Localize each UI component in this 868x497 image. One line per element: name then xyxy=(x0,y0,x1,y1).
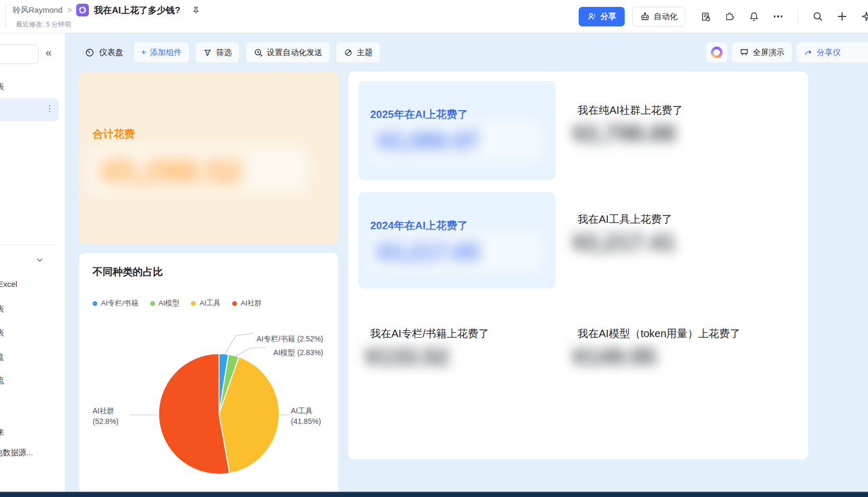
spend-2025-title: 2025年在AI上花费了 xyxy=(370,107,468,122)
automation-button[interactable]: 自动化 xyxy=(632,7,686,26)
item-more-vertical-icon[interactable]: ⋮ xyxy=(45,103,54,113)
breadcrumb-separator-icon: > xyxy=(67,6,71,14)
header-actions: 分享 自动化 xyxy=(579,0,868,33)
last-modified: 最近修改: 5 分钟前 xyxy=(16,20,71,29)
sidebar-item-datasource[interactable]: 他数据源... xyxy=(0,448,33,458)
sidebar-item[interactable]: 盘 xyxy=(0,352,4,362)
dashboard-toolbar: 仪表盘 + 添加组件 筛选 设置自动化发送 主题 xyxy=(85,42,380,62)
total-spend-value-blurred: ¥5,298.52 xyxy=(87,144,309,195)
presentation-icon xyxy=(739,48,749,57)
columns-spend-value-blurred: ¥133.52 xyxy=(365,344,449,370)
ai-assistant-button[interactable] xyxy=(706,42,727,62)
pie-slice-AI社群[interactable] xyxy=(159,354,230,474)
more-actions-icon[interactable] xyxy=(772,11,784,22)
columns-spend-title: 我在AI专栏/书籍上花费了 xyxy=(370,327,489,341)
funnel-icon xyxy=(203,48,212,57)
spend-2025-card: 2025年在AI上花费了 ¥2,080.87 xyxy=(359,81,555,180)
sidebar-item-excel[interactable]: Excel xyxy=(0,279,17,288)
collapse-sidebar-icon[interactable]: « xyxy=(45,46,52,59)
spend-2024-title: 2024年在AI上花费了 xyxy=(370,219,468,233)
pie-callout-tools-name: AI工具 xyxy=(291,405,321,416)
pie-callout-community-pct: (52.8%) xyxy=(93,416,118,427)
add-widget-button[interactable]: + 添加组件 xyxy=(134,42,189,62)
left-sidebar: « 表 盘 ⋮ Excel 表 表 盘 流 来 他数据源... xyxy=(0,33,65,497)
gauge-icon xyxy=(85,48,95,58)
ai-sparkle-icon[interactable] xyxy=(861,11,868,22)
stats-panel: 2025年在AI上花费了 ¥2,080.87 2024年在AI上花费了 ¥3,2… xyxy=(348,71,808,459)
pie-callout-tools: AI工具 (41.85%) xyxy=(291,405,321,427)
bottom-taskbar-edge xyxy=(0,492,868,497)
dashboard-app-icon xyxy=(76,4,89,16)
pie-callout-community-name: AI社群 xyxy=(93,405,118,416)
permissions-doc-lock-icon[interactable] xyxy=(699,11,711,22)
search-icon[interactable] xyxy=(812,11,824,22)
dashboard-label: 仪表盘 xyxy=(99,47,124,58)
new-plus-icon[interactable] xyxy=(836,11,848,22)
share-arrow-icon xyxy=(804,48,813,57)
pie-leader-line-1 xyxy=(235,347,266,357)
robot-icon xyxy=(640,12,650,22)
total-spend-card: 合计花费 ¥5,298.52 xyxy=(79,71,338,245)
add-widget-label: 添加组件 xyxy=(150,48,181,58)
toolbar-right: 全屏演示 分享仪 xyxy=(706,42,868,62)
breadcrumb-workspace[interactable]: 聆风Raymond xyxy=(13,5,62,15)
theme-label: 主题 xyxy=(357,48,372,58)
theme-icon xyxy=(344,48,353,57)
spend-2025-value-blurred: ¥2,080.87 xyxy=(367,121,543,160)
share-button[interactable]: 分享 xyxy=(579,7,625,26)
community-spend-title: 我在纯AI社群上花费了 xyxy=(578,103,683,118)
sidebar-item[interactable]: 流 xyxy=(0,376,4,386)
pie-callout-models: AI模型 (2.83%) xyxy=(273,347,323,358)
filter-button[interactable]: 筛选 xyxy=(196,42,239,62)
sidebar-divider xyxy=(0,245,56,245)
ai-ring-icon xyxy=(711,47,723,58)
models-spend-title: 我在AI模型（token用量）上花费了 xyxy=(578,327,741,341)
pie-callout-tools-pct: (41.85%) xyxy=(291,416,321,427)
tools-spend-title: 我在AI工具上花费了 xyxy=(578,212,672,227)
theme-button[interactable]: 主题 xyxy=(336,42,380,62)
dashboard-canvas: 仪表盘 + 添加组件 筛选 设置自动化发送 主题 xyxy=(65,33,868,492)
auto-send-label: 设置自动化发送 xyxy=(267,48,322,58)
sidebar-item-fragment[interactable]: 表 xyxy=(0,82,4,92)
share-button-label: 分享 xyxy=(600,12,616,22)
automation-button-label: 自动化 xyxy=(654,12,678,22)
pie-chart-card: 不同种类的占比 AI专栏/书籍AI模型AI工具AI社群 AI专栏/书籍 (2.5… xyxy=(79,253,338,492)
total-spend-title: 合计花费 xyxy=(93,127,135,141)
header-divider xyxy=(5,4,6,28)
pie-leader-line-0 xyxy=(225,333,254,354)
spend-2024-card: 2024年在AI上花费了 ¥3,217.65 xyxy=(359,192,555,288)
share-dashboard-button[interactable]: 分享仪 xyxy=(797,42,868,62)
share-people-icon xyxy=(587,12,597,21)
auto-send-button[interactable]: 设置自动化发送 xyxy=(246,42,330,62)
community-spend-value-blurred: ¥2,798.88 xyxy=(572,120,676,147)
plus-icon: + xyxy=(141,47,147,58)
fullscreen-label: 全屏演示 xyxy=(753,48,784,58)
models-spend-value-blurred: ¥149.95 xyxy=(572,344,656,370)
chevron-down-icon[interactable] xyxy=(35,255,44,265)
app-header: 聆风Raymond > 我在AI上花了多少钱? 最近修改: 5 分钟前 分享 xyxy=(0,0,868,33)
pie-callout-columns: AI专栏/书籍 (2.52%) xyxy=(257,333,323,344)
clock-send-icon xyxy=(253,48,263,57)
header-icon-row xyxy=(699,11,868,22)
sidebar-item-selected[interactable]: 盘 ⋮ xyxy=(0,98,59,121)
tools-spend-value-blurred: ¥2,217.41 xyxy=(572,229,676,256)
breadcrumb: 聆风Raymond > 我在AI上花了多少钱? xyxy=(13,4,200,16)
pin-icon[interactable] xyxy=(191,6,200,15)
sidebar-item[interactable]: 来 xyxy=(0,428,4,438)
pie-chart[interactable] xyxy=(79,253,338,492)
fullscreen-present-button[interactable]: 全屏演示 xyxy=(732,42,792,62)
notifications-bell-icon[interactable] xyxy=(748,11,760,22)
dashboard-mode: 仪表盘 xyxy=(85,47,127,58)
sidebar-item[interactable]: 表 xyxy=(0,304,4,314)
sidebar-item[interactable]: 表 xyxy=(0,328,4,338)
extensions-puzzle-icon[interactable] xyxy=(724,11,735,22)
share-dashboard-label: 分享仪 xyxy=(817,48,840,58)
spend-2024-value-blurred: ¥3,217.65 xyxy=(367,232,543,272)
sidebar-search-input[interactable] xyxy=(0,44,39,64)
pie-callout-community: AI社群 (52.8%) xyxy=(93,405,118,427)
filter-label: 筛选 xyxy=(216,48,232,58)
page-title: 我在AI上花了多少钱? xyxy=(94,4,180,16)
header-icons-divider xyxy=(798,11,798,22)
